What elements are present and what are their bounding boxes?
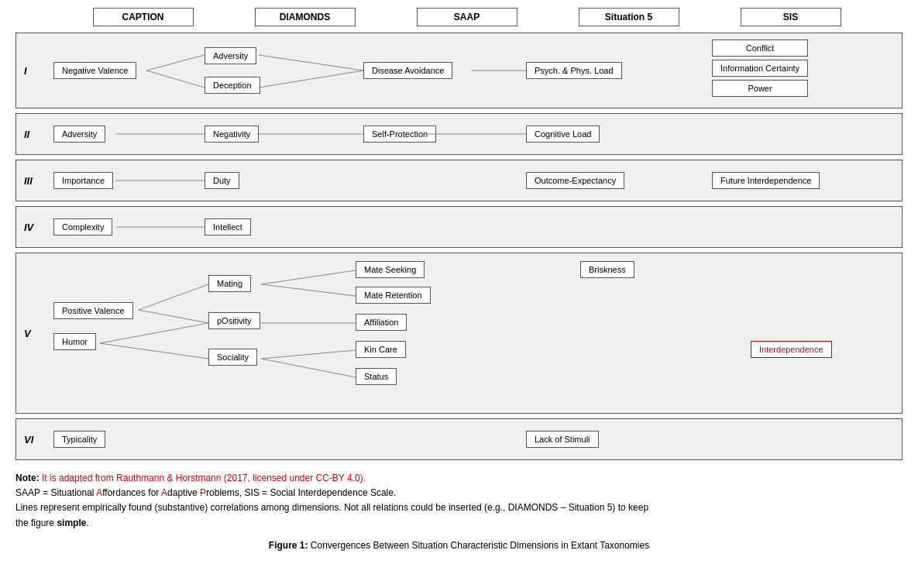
svg-line-2 bbox=[259, 55, 363, 70]
header-diamonds: DIAMONDS bbox=[255, 8, 356, 26]
box-positive-valence: Positive Valence bbox=[53, 302, 133, 319]
section-v: V Positive Valence Humor Mating pOsitivi… bbox=[15, 253, 903, 414]
header-caption: CAPTION bbox=[93, 8, 194, 26]
section-iii: III Importance Duty Outcome-Expectancy F… bbox=[15, 160, 903, 201]
box-adversity-i: Adversity bbox=[205, 47, 256, 64]
svg-line-11 bbox=[139, 284, 208, 310]
box-duty: Duty bbox=[205, 172, 239, 189]
box-negative-valence: Negative Valence bbox=[53, 62, 136, 79]
figure-title: Convergences Between Situation Character… bbox=[308, 540, 650, 551]
box-intellect: Intellect bbox=[205, 218, 251, 236]
box-kin-care: Kin Care bbox=[356, 341, 406, 358]
box-information-certainty: Information Certainty bbox=[712, 60, 808, 77]
box-psych-phys-load: Psych. & Phys. Load bbox=[526, 62, 622, 79]
section-ii-lines bbox=[53, 120, 894, 148]
section-ii-label: II bbox=[24, 129, 47, 140]
saap-line: SAAP = Situational Affordances for Adapt… bbox=[15, 487, 396, 498]
svg-line-10 bbox=[139, 310, 208, 323]
box-affiliation: Affiliation bbox=[356, 314, 407, 331]
box-lack-of-stimuli: Lack of Stimuli bbox=[526, 431, 599, 448]
box-positivity: pOsitivity bbox=[208, 312, 260, 329]
svg-line-1 bbox=[146, 70, 205, 88]
box-mate-seeking: Mate Seeking bbox=[356, 261, 425, 278]
box-complexity: Complexity bbox=[53, 218, 112, 236]
svg-line-3 bbox=[259, 70, 363, 88]
header-sit5: Situation 5 bbox=[579, 8, 679, 26]
note-line2: SAAP = Situational Affordances for Adapt… bbox=[15, 486, 903, 500]
box-mating: Mating bbox=[208, 275, 251, 292]
box-briskness: Briskness bbox=[580, 261, 634, 278]
box-conflict: Conflict bbox=[712, 40, 808, 57]
svg-line-18 bbox=[261, 359, 356, 377]
header-saap: SAAP bbox=[417, 8, 517, 26]
section-v-lines bbox=[53, 260, 894, 407]
svg-line-14 bbox=[261, 270, 356, 284]
figure-caption: Figure 1: Convergences Between Situation… bbox=[15, 540, 903, 551]
section-vi-label: VI bbox=[24, 434, 47, 445]
section-ii: II Adversity Negativity Self-Protection … bbox=[15, 113, 903, 155]
svg-line-13 bbox=[100, 323, 208, 343]
section-vi: VI Typicality Lack of Stimuli bbox=[15, 418, 903, 460]
note-line1: Note: It is adapted from Rauthmann & Hor… bbox=[15, 471, 903, 486]
lines-text: Lines represent empirically found (subst… bbox=[15, 502, 648, 528]
notes-section: Note: It is adapted from Rauthmann & Hor… bbox=[15, 471, 903, 531]
box-interdependence: Interdependence bbox=[751, 341, 832, 358]
section-v-label: V bbox=[24, 328, 47, 339]
svg-line-12 bbox=[100, 343, 208, 359]
note-text: It is adapted from Rauthmann & Horstmann… bbox=[40, 473, 366, 483]
box-future-interdependence: Future Interdependence bbox=[712, 172, 820, 189]
section-iv-lines bbox=[53, 213, 894, 241]
box-disease-avoidance: Disease Avoidance bbox=[363, 62, 452, 79]
section-i: I Negative Valence Adversity Deception D… bbox=[15, 33, 903, 108]
box-typicality: Typicality bbox=[53, 431, 105, 448]
box-deception: Deception bbox=[205, 77, 260, 94]
box-humor: Humor bbox=[53, 333, 96, 350]
header-row: CAPTION DIAMONDS SAAP Situation 5 SIS bbox=[15, 8, 903, 26]
svg-line-17 bbox=[261, 350, 356, 359]
header-sis: SIS bbox=[741, 8, 841, 26]
section-iv-label: IV bbox=[24, 222, 47, 233]
box-cognitive-load: Cognitive Load bbox=[526, 126, 600, 143]
box-self-protection: Self-Protection bbox=[363, 126, 436, 143]
section-iii-label: III bbox=[24, 175, 47, 187]
box-negativity: Negativity bbox=[205, 126, 259, 143]
box-status: Status bbox=[356, 368, 397, 385]
section-iv: IV Complexity Intellect bbox=[15, 206, 903, 248]
section-i-label: I bbox=[24, 65, 47, 77]
box-outcome-expectancy: Outcome-Expectancy bbox=[526, 172, 624, 189]
box-importance: Importance bbox=[53, 172, 113, 189]
box-adversity-ii: Adversity bbox=[53, 126, 105, 143]
svg-line-15 bbox=[261, 284, 356, 296]
svg-line-0 bbox=[146, 55, 205, 70]
box-mate-retention: Mate Retention bbox=[356, 287, 431, 304]
note-label: Note: bbox=[15, 473, 40, 483]
box-sociality: Sociality bbox=[208, 349, 257, 366]
note-line3: Lines represent empirically found (subst… bbox=[15, 500, 651, 530]
box-power: Power bbox=[712, 80, 808, 97]
figure-label: Figure 1: bbox=[269, 540, 308, 551]
